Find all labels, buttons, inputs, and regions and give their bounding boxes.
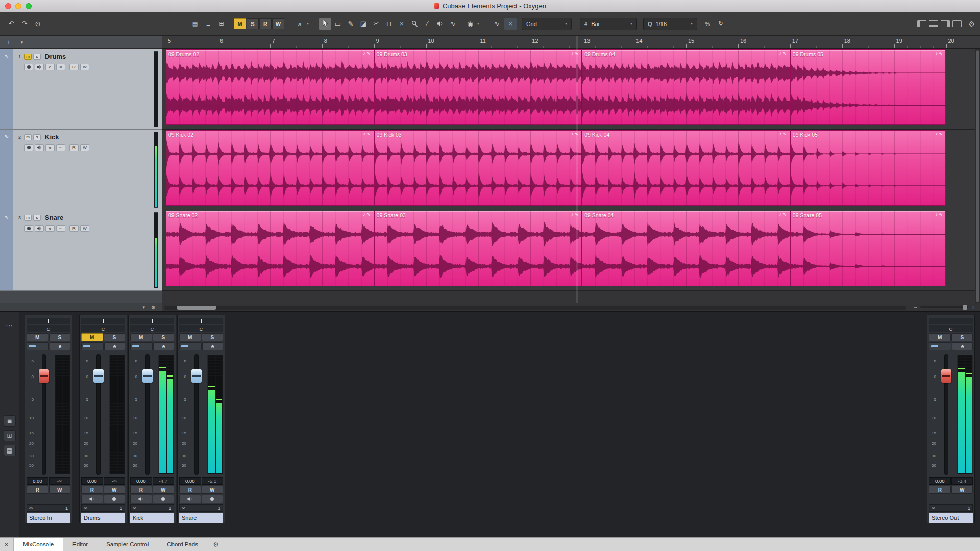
tab-editor[interactable]: Editor [63, 538, 97, 551]
zoom-tool[interactable] [408, 18, 421, 30]
zoom-window-button[interactable] [26, 3, 32, 9]
horizontal-scrollbar-track[interactable] [164, 306, 906, 310]
mixer-zones-icon[interactable]: ▤ [4, 445, 16, 456]
track-name[interactable]: Kick [45, 133, 59, 141]
monitor-button[interactable] [81, 495, 103, 503]
pan-indicator[interactable] [130, 318, 174, 324]
fader-cap[interactable] [191, 369, 202, 383]
volume-value[interactable]: 0.00 [179, 477, 201, 485]
audio-event[interactable]: 09 Kick 02♪∿ [166, 130, 374, 206]
grid-type-dropdown[interactable]: Grid ▾ [522, 18, 572, 30]
global-s-button[interactable]: S [247, 18, 259, 29]
audio-event[interactable]: 09 Snare 03♪∿ [374, 211, 582, 286]
zoom-slider[interactable] [920, 306, 968, 308]
audio-event[interactable]: 09 Snare 05♪∿ [790, 211, 946, 286]
color-options-caret[interactable]: ▾ [477, 21, 479, 26]
audio-event[interactable]: 09 Kick 04♪∿ [582, 130, 790, 206]
monitor-button[interactable] [35, 225, 44, 232]
add-track-button[interactable]: + [5, 38, 13, 46]
volume-fader[interactable] [35, 354, 53, 475]
channel-name[interactable]: Stereo In [27, 513, 70, 523]
write-automation-button[interactable]: W [80, 225, 89, 232]
pan-value[interactable]: C [81, 325, 125, 332]
activate-project-icon[interactable]: ▤ [189, 18, 201, 30]
fader-cap[interactable] [142, 369, 153, 383]
fader-cap[interactable] [93, 369, 104, 383]
peak-value[interactable]: -4.7 [153, 477, 175, 485]
track-name[interactable]: Snare [45, 214, 63, 221]
iterative-quantize-icon[interactable]: % [701, 18, 714, 30]
volume-value[interactable]: 0.00 [27, 477, 48, 485]
setup-toolbar-gear-icon[interactable]: ⚙ [968, 20, 975, 28]
audio-event[interactable]: 09 Drums 05♪∿ [790, 49, 946, 125]
listen-indicator[interactable] [27, 342, 49, 350]
audio-event[interactable]: 09 Snare 04♪∿ [582, 211, 790, 286]
channel-name[interactable]: Drums [81, 513, 125, 523]
audio-event[interactable]: 09 Kick 05♪∿ [790, 130, 946, 206]
horizontal-scrollbar[interactable] [162, 303, 909, 311]
write-automation-button[interactable]: W [80, 144, 89, 151]
volume-value[interactable]: 0.00 [130, 477, 152, 485]
track-header[interactable]: ∿ 3 m s Snare e ∞ R W [0, 210, 162, 291]
color-tool[interactable]: ◉ [464, 18, 476, 30]
monitor-button[interactable] [179, 495, 201, 503]
volume-fader[interactable] [139, 354, 156, 475]
left-zone-toggle-icon[interactable] [917, 20, 926, 27]
vertical-scrollbar-handle[interactable] [976, 50, 979, 302]
range-select-tool[interactable]: ▭ [332, 18, 344, 30]
select-tool[interactable] [319, 18, 331, 30]
write-automation-button[interactable]: W [202, 486, 224, 494]
constrain-delay-icon[interactable]: ⊙ [32, 18, 44, 30]
setup-window-layout-icon[interactable]: ≣ [202, 18, 214, 30]
channel-mute-button[interactable]: M [81, 333, 103, 341]
channel-solo-button[interactable]: S [104, 333, 126, 341]
channel-edit-button[interactable]: e [153, 342, 174, 350]
channel-mute-button[interactable]: M [179, 333, 201, 341]
listen-indicator[interactable] [929, 342, 951, 350]
channel-solo-button[interactable]: S [153, 333, 175, 341]
channel-mute-button[interactable]: M [929, 333, 951, 341]
track-panel-gear-icon[interactable]: ⚙ [151, 305, 156, 310]
listen-indicator[interactable] [81, 342, 104, 350]
read-automation-button[interactable]: R [929, 486, 951, 494]
line-tool[interactable]: ∕ [421, 18, 433, 30]
track-header[interactable]: ∿ 1 m s Drums e ∞ R W [0, 49, 162, 130]
edit-channel-button[interactable]: e [45, 225, 55, 232]
track-header[interactable]: ∿ 2 m s Kick e ∞ R W [0, 130, 162, 210]
monitor-button[interactable] [35, 144, 44, 151]
write-automation-button[interactable]: W [951, 486, 973, 494]
timeline-lane[interactable]: 09 Snare 02♪∿09 Snare 03♪∿09 Snare 04♪∿0… [162, 210, 975, 291]
quantize-panel-icon[interactable]: ↻ [715, 18, 727, 30]
zoom-in-button[interactable]: + [971, 304, 975, 311]
audio-event[interactable]: 09 Kick 03♪∿ [374, 130, 582, 206]
draw-tool[interactable]: ✎ [345, 18, 357, 30]
record-arm-button[interactable] [24, 144, 33, 151]
pan-value[interactable]: C [27, 325, 70, 332]
timeline-lane[interactable]: 09 Drums 02♪∿09 Drums 03♪∿09 Drums 04♪∿0… [162, 49, 975, 130]
lower-zone-toggle-icon[interactable] [929, 20, 938, 27]
listen-indicator[interactable] [179, 342, 202, 350]
close-window-button[interactable] [5, 3, 11, 9]
scrub-tool[interactable]: ∿ [447, 18, 459, 30]
write-automation-button[interactable]: W [104, 486, 126, 494]
peak-value[interactable]: -3.4 [951, 477, 973, 485]
volume-value[interactable]: 0.00 [929, 477, 951, 485]
channel-edit-button[interactable]: e [50, 342, 70, 350]
edit-channel-button[interactable]: e [45, 64, 55, 70]
stereo-link-icon[interactable]: ∞ [56, 64, 65, 70]
pan-indicator[interactable] [27, 318, 70, 324]
volume-fader[interactable] [938, 354, 955, 475]
fader-cap[interactable] [941, 369, 951, 383]
read-automation-button[interactable]: R [130, 486, 152, 494]
channel-name[interactable]: Kick [130, 513, 174, 523]
peak-value[interactable]: -∞ [49, 477, 71, 485]
channel-mute-button[interactable]: M [27, 333, 48, 341]
fader-cap[interactable] [39, 369, 49, 383]
write-automation-button[interactable]: W [80, 64, 89, 70]
read-automation-button[interactable]: R [69, 64, 79, 70]
mute-tool[interactable]: × [396, 18, 408, 30]
track-solo-button[interactable]: s [33, 215, 41, 221]
global-m-button[interactable]: M [234, 18, 246, 29]
snap-zero-crossing-icon[interactable]: ∿ [491, 18, 503, 30]
erase-tool[interactable]: ◪ [357, 18, 370, 30]
